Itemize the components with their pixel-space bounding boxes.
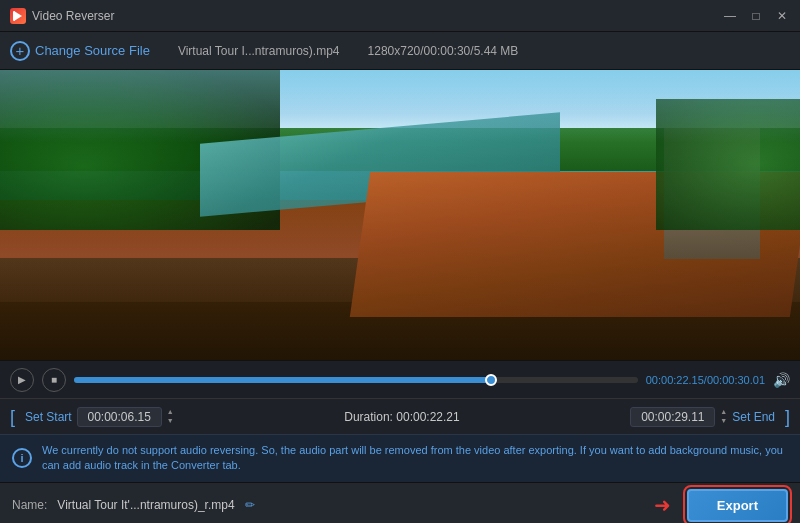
edit-name-icon[interactable]: ✏ (245, 498, 255, 512)
set-end-section: 00:00:29.11 ▲ ▼ Set End (630, 407, 775, 427)
set-start-section: Set Start 00:00:06.15 ▲ ▼ (25, 407, 174, 427)
change-source-label: Change Source File (35, 43, 150, 58)
progress-thumb[interactable] (485, 374, 497, 386)
time-display: 00:00:22.15/00:00:30.01 (646, 374, 765, 386)
start-time-down[interactable]: ▼ (167, 417, 174, 425)
name-label: Name: (12, 498, 47, 512)
info-message: We currently do not support audio revers… (42, 443, 788, 474)
info-bar: i We currently do not support audio reve… (0, 434, 800, 482)
volume-icon[interactable]: 🔊 (773, 372, 790, 388)
stop-button[interactable]: ■ (42, 368, 66, 392)
duration-display: Duration: 00:00:22.21 (184, 410, 621, 424)
file-name: Virtual Tour I...ntramuros).mp4 (178, 44, 340, 58)
close-button[interactable]: ✕ (774, 9, 790, 23)
progress-fill (74, 377, 491, 383)
svg-marker-0 (14, 11, 22, 21)
trim-bracket-left: [ (10, 408, 15, 426)
svg-rect-1 (13, 11, 15, 21)
set-start-button[interactable]: Set Start (25, 410, 72, 424)
app-icon (10, 8, 26, 24)
bottom-bar: Name: Virtual Tour It'...ntramuros)_r.mp… (0, 482, 800, 523)
video-preview (0, 70, 800, 360)
add-icon: + (10, 41, 30, 61)
minimize-button[interactable]: — (722, 9, 738, 23)
start-time-input[interactable]: 00:00:06.15 (77, 407, 162, 427)
play-button[interactable]: ▶ (10, 368, 34, 392)
toolbar: + Change Source File Virtual Tour I...nt… (0, 32, 800, 70)
maximize-button[interactable]: □ (748, 9, 764, 23)
end-time-input[interactable]: 00:00:29.11 (630, 407, 715, 427)
export-button[interactable]: Export (687, 489, 788, 522)
file-meta: 1280x720/00:00:30/5.44 MB (368, 44, 519, 58)
video-frame (0, 70, 800, 360)
app-title: Video Reverser (32, 9, 115, 23)
info-icon: i (12, 448, 32, 468)
output-filename: Virtual Tour It'...ntramuros)_r.mp4 (57, 498, 234, 512)
trim-bar: [ Set Start 00:00:06.15 ▲ ▼ Duration: 00… (0, 398, 800, 434)
progress-bar[interactable] (74, 377, 638, 383)
change-source-button[interactable]: + Change Source File (10, 41, 150, 61)
end-time-down[interactable]: ▼ (720, 417, 727, 425)
end-time-up[interactable]: ▲ (720, 408, 727, 416)
title-bar: Video Reverser — □ ✕ (0, 0, 800, 32)
playback-controls: ▶ ■ 00:00:22.15/00:00:30.01 🔊 (0, 360, 800, 398)
trim-bracket-right: ] (785, 408, 790, 426)
export-arrow-icon: ➜ (654, 493, 671, 517)
set-end-button[interactable]: Set End (732, 410, 775, 424)
start-time-up[interactable]: ▲ (167, 408, 174, 416)
